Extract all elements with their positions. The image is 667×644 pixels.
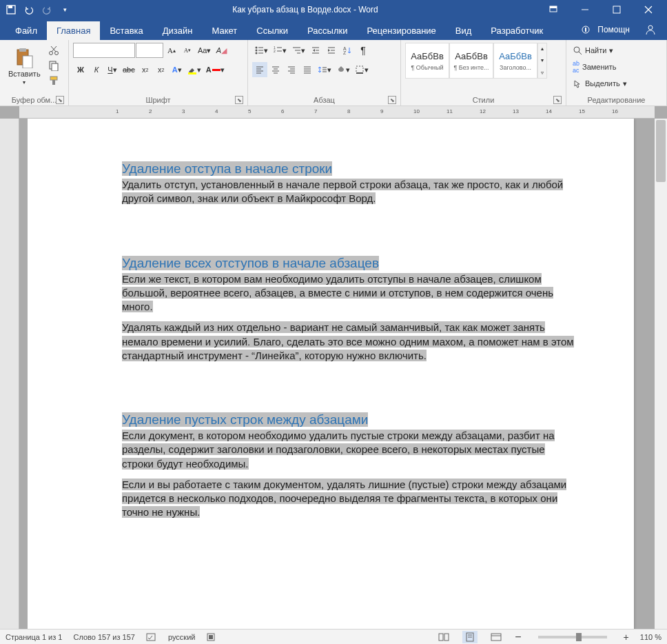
highlight-icon[interactable]: ▾ — [185, 62, 203, 77]
svg-rect-13 — [23, 56, 32, 68]
grow-font-icon[interactable]: A▴ — [164, 43, 179, 58]
svg-rect-20 — [50, 77, 57, 80]
minimize-icon[interactable] — [569, 0, 601, 19]
copy-icon[interactable] — [46, 58, 61, 73]
heading-1: Удаление отступа в начале строки — [122, 161, 634, 177]
tab-references[interactable]: Ссылки — [247, 21, 298, 40]
ribbon-options-icon[interactable] — [537, 0, 569, 19]
tell-me[interactable]: Помощн — [577, 19, 638, 40]
justify-icon[interactable] — [300, 62, 315, 77]
tab-review[interactable]: Рецензирование — [357, 21, 445, 40]
tab-home[interactable]: Главная — [47, 21, 100, 40]
style-heading1[interactable]: АаБбВвЗаголово... — [493, 43, 537, 79]
styles-more-icon[interactable]: ▿ — [538, 70, 546, 76]
underline-button[interactable]: Ч▾ — [105, 62, 120, 77]
svg-point-65 — [574, 47, 579, 52]
shrink-font-icon[interactable]: A▾ — [180, 43, 195, 58]
status-bar: Страница 1 из 1 Слово 157 из 157 русский… — [0, 629, 667, 644]
horizontal-ruler[interactable]: 12345678910111213141516 — [19, 106, 655, 119]
svg-rect-12 — [19, 48, 26, 52]
vertical-scrollbar[interactable] — [655, 119, 667, 629]
account-icon[interactable] — [641, 21, 660, 38]
title-bar: ▾ Как убрать абзац в Ворде.docx - Word — [0, 0, 667, 19]
font-color-icon[interactable]: A▾ — [204, 62, 227, 77]
font-size-input[interactable] — [136, 43, 163, 58]
numbering-icon[interactable]: 12▾ — [271, 43, 289, 58]
align-left-icon[interactable] — [252, 62, 267, 77]
tab-design[interactable]: Дизайн — [153, 21, 203, 40]
maximize-icon[interactable] — [601, 0, 633, 19]
print-layout-icon[interactable] — [462, 631, 478, 643]
page-indicator[interactable]: Страница 1 из 1 — [6, 633, 62, 641]
language-indicator[interactable]: русский — [168, 633, 195, 641]
tab-file[interactable]: Файл — [6, 21, 47, 40]
read-mode-icon[interactable] — [436, 631, 451, 643]
styles-up-icon[interactable]: ▴ — [538, 46, 546, 52]
zoom-level[interactable]: 110 % — [640, 633, 661, 641]
bold-button[interactable]: Ж — [73, 62, 88, 77]
svg-rect-9 — [585, 28, 586, 32]
subscript-icon[interactable]: x2 — [138, 62, 153, 77]
vertical-ruler[interactable] — [0, 119, 19, 629]
clipboard-launcher[interactable]: ⬊ — [56, 96, 64, 104]
proofing-icon[interactable] — [146, 632, 157, 642]
qat-more-icon[interactable]: ▾ — [57, 1, 73, 18]
decrease-indent-icon[interactable] — [308, 43, 323, 58]
tab-insert[interactable]: Вставка — [100, 21, 152, 40]
scrollbar-thumb[interactable] — [656, 120, 666, 182]
format-painter-icon[interactable] — [46, 73, 61, 88]
svg-point-23 — [256, 47, 258, 49]
svg-rect-69 — [209, 635, 213, 639]
select-button[interactable]: Выделить ▾ — [571, 76, 662, 91]
multilevel-icon[interactable]: ▾ — [289, 43, 307, 58]
zoom-out-button[interactable]: − — [515, 631, 521, 643]
font-name-input[interactable] — [73, 43, 135, 58]
svg-point-14 — [49, 52, 52, 55]
paragraph: Если и вы работаете с таким документом, … — [122, 478, 577, 520]
shading-icon[interactable]: ▾ — [334, 62, 352, 77]
replace-button[interactable]: abacЗаменить — [571, 59, 662, 74]
change-case-icon[interactable]: Aa▾ — [196, 43, 213, 58]
paragraph: Если же текст, в котором вам необходимо … — [122, 272, 577, 314]
undo-icon[interactable] — [21, 1, 37, 18]
close-icon[interactable] — [633, 0, 664, 19]
paragraph-launcher[interactable]: ⬊ — [388, 96, 396, 104]
macro-icon[interactable] — [206, 632, 216, 642]
align-center-icon[interactable] — [268, 62, 283, 77]
sort-icon[interactable]: AZ — [340, 43, 355, 58]
tab-developer[interactable]: Разработчик — [481, 21, 553, 40]
tab-mailings[interactable]: Рассылки — [298, 21, 357, 40]
word-count[interactable]: Слово 157 из 157 — [73, 633, 135, 641]
save-icon[interactable] — [3, 1, 19, 18]
web-layout-icon[interactable] — [489, 631, 504, 643]
style-no-spacing[interactable]: АаБбВв¶ Без инте... — [449, 43, 493, 79]
zoom-in-button[interactable]: + — [624, 632, 629, 643]
cut-icon[interactable] — [46, 43, 61, 58]
zoom-slider[interactable] — [538, 636, 607, 638]
borders-icon[interactable]: ▾ — [353, 62, 371, 77]
svg-rect-71 — [444, 634, 449, 641]
clear-format-icon[interactable]: A◢ — [214, 43, 229, 58]
style-normal[interactable]: АаБбВв¶ Обычный — [405, 43, 449, 79]
tab-layout[interactable]: Макет — [202, 21, 247, 40]
increase-indent-icon[interactable] — [324, 43, 339, 58]
styles-down-icon[interactable]: ▾ — [538, 57, 546, 63]
styles-launcher[interactable]: ⬊ — [553, 96, 562, 104]
svg-line-66 — [579, 52, 582, 54]
strike-button[interactable]: abc — [121, 62, 137, 77]
tab-view[interactable]: Вид — [446, 21, 482, 40]
redo-icon[interactable] — [39, 1, 55, 18]
line-spacing-icon[interactable]: ▾ — [316, 62, 334, 77]
italic-button[interactable]: К — [89, 62, 104, 77]
bullets-icon[interactable]: ▾ — [252, 43, 270, 58]
superscript-icon[interactable]: x2 — [154, 62, 169, 77]
align-right-icon[interactable] — [284, 62, 299, 77]
font-launcher[interactable]: ⬊ — [235, 96, 243, 104]
document-page[interactable]: Удаление отступа в начале строки Удалить… — [28, 119, 634, 629]
paste-button[interactable]: Вставить ▾ — [4, 43, 45, 90]
find-button[interactable]: Найти ▾ — [571, 43, 662, 58]
svg-rect-1 — [8, 6, 12, 8]
text-effects-icon[interactable]: A▾ — [170, 62, 185, 77]
svg-line-17 — [51, 46, 56, 52]
show-marks-icon[interactable]: ¶ — [356, 43, 371, 58]
